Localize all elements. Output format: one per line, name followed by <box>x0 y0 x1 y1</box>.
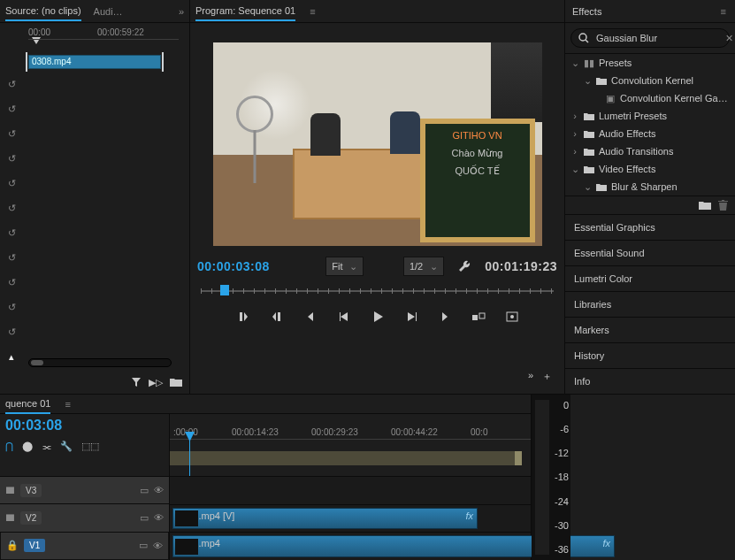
effects-search[interactable]: ✕ <box>570 28 730 48</box>
chevron-up-icon[interactable]: ▴ <box>2 347 21 366</box>
tree-node-conv-kernel[interactable]: ⌄ Convolution Kernel <box>565 72 735 89</box>
meter-tick: -12 <box>555 448 569 458</box>
timeline-timecode[interactable]: 00:03:08 <box>5 418 164 433</box>
wrench-icon[interactable]: 🔧 <box>60 441 73 452</box>
undo-icon[interactable]: ↺ <box>2 173 21 193</box>
snap-icon[interactable]: ⋂ <box>5 441 13 452</box>
undo-icon[interactable]: ↺ <box>2 248 21 267</box>
panel-menu-icon[interactable]: ≡ <box>719 4 728 19</box>
tracks-area[interactable]: 0308.mp4 [V] fx 0308.mp4 fx <box>170 476 531 560</box>
clear-search-icon[interactable]: ✕ <box>725 33 733 44</box>
source-scrollbar[interactable] <box>28 358 172 367</box>
panel-item-essential-sound[interactable]: Essential Sound <box>565 240 735 265</box>
undo-icon[interactable]: ↺ <box>2 124 21 143</box>
undo-icon[interactable]: ↺ <box>2 322 21 341</box>
tree-item-conv-kernel[interactable]: ▣ Convolution Kernel Ga… <box>565 89 735 107</box>
twisty-open-icon: ⌄ <box>570 164 579 175</box>
track-header-v3[interactable]: ⯀ V3 ▭ 👁 <box>0 476 169 503</box>
play-icon[interactable] <box>369 308 387 326</box>
mark-in-icon[interactable] <box>234 308 252 326</box>
add-button-icon[interactable]: ＋ <box>542 370 552 383</box>
source-ruler[interactable]: 00:00 00:00:59:22 <box>28 39 179 53</box>
program-monitor[interactable]: GITIHO VN Chào Mừng QUỐC TẾ <box>213 42 542 246</box>
go-to-out-icon[interactable] <box>436 308 454 326</box>
source-overflow-icon[interactable]: » <box>179 6 184 17</box>
chevron-down-icon: ⌄ <box>349 261 357 272</box>
folder-icon[interactable] <box>170 377 182 388</box>
panel-menu-icon[interactable]: ≡ <box>308 4 317 19</box>
tree-node-presets[interactable]: ⌄ ▮▮ Presets <box>565 54 735 72</box>
go-to-in-icon[interactable] <box>302 308 319 326</box>
tree-node-audio-tr[interactable]: › Audio Transitions <box>565 142 735 160</box>
tree-node-audio-fx[interactable]: › Audio Effects <box>565 125 735 142</box>
link-icon[interactable]: ⫘ <box>42 441 51 452</box>
undo-icon[interactable]: ↺ <box>2 272 21 292</box>
panel-menu-icon[interactable]: ≡ <box>63 397 72 411</box>
track-header-v1[interactable]: 🔒 V1 ▭ 👁 <box>0 532 169 560</box>
track-target-icon[interactable]: ⯀ <box>5 512 15 523</box>
board-line: Chào Mừng <box>452 145 503 161</box>
tree-node-blur-sharpen[interactable]: ⌄ Blur & Sharpen <box>565 178 735 196</box>
scrubber-head[interactable] <box>220 285 229 295</box>
tree-node-video-fx[interactable]: ⌄ Video Effects <box>565 160 735 178</box>
track-v1[interactable]: 0308.mp4 fx <box>170 532 531 560</box>
timeline-ruler[interactable]: :00:00 00:00:14:23 00:00:29:23 00:00:44:… <box>170 439 531 451</box>
tab-program[interactable]: Program: Sequence 01 <box>195 2 295 21</box>
scrollbar-thumb[interactable] <box>31 360 43 365</box>
zoom-select[interactable]: Fit ⌄ <box>325 257 364 276</box>
undo-icon[interactable]: ↺ <box>2 149 21 168</box>
track-header-v2[interactable]: ⯀ V2 ▭ 👁 <box>0 503 169 531</box>
new-bin-icon[interactable] <box>699 200 711 211</box>
tab-effects[interactable]: Effects <box>572 6 601 17</box>
panel-item-info[interactable]: Info <box>565 368 735 394</box>
eye-icon[interactable]: 👁 <box>154 512 164 523</box>
program-timecode[interactable]: 00:00:03:08 <box>197 259 270 273</box>
tab-sequence[interactable]: quence 01 <box>5 395 50 414</box>
eye-icon[interactable]: 👁 <box>154 485 164 495</box>
undo-icon[interactable]: ↺ <box>2 223 21 242</box>
mark-out-icon[interactable] <box>268 308 286 326</box>
undo-icon[interactable]: ↺ <box>2 297 21 317</box>
timeline-ruler-area[interactable]: :00:00 00:00:14:23 00:00:29:23 00:00:44:… <box>170 414 531 476</box>
track-output-icon[interactable]: ▭ <box>140 485 149 496</box>
program-scrubber[interactable] <box>201 285 554 297</box>
track-v3[interactable] <box>170 476 531 504</box>
undo-icon[interactable]: ↺ <box>2 198 21 218</box>
new-item-icon[interactable]: ▶▷ <box>149 377 163 388</box>
track-target-icon[interactable]: ⯀ <box>5 485 15 495</box>
panel-item-markers[interactable]: Markers <box>565 317 735 342</box>
overflow-icon[interactable]: » <box>528 370 533 383</box>
work-area-bar[interactable] <box>170 451 522 465</box>
lift-icon[interactable] <box>470 308 487 326</box>
wrench-icon[interactable] <box>458 260 471 272</box>
trash-icon[interactable] <box>718 200 728 211</box>
undo-icon[interactable]: ↺ <box>2 74 21 94</box>
filter-icon[interactable] <box>131 377 142 388</box>
lock-icon[interactable]: 🔒 <box>6 540 19 551</box>
effects-search-input[interactable] <box>594 32 720 44</box>
eye-icon[interactable]: 👁 <box>153 541 163 551</box>
tab-source-clips[interactable]: Source: (no clips) <box>5 2 81 21</box>
resolution-select[interactable]: 1/2 ⌄ <box>403 257 444 276</box>
work-area-end[interactable] <box>515 451 522 465</box>
marker-icon[interactable]: ⬤ <box>22 441 33 452</box>
panel-item-essential-graphics[interactable]: Essential Graphics <box>565 214 735 240</box>
panel-item-history[interactable]: History <box>565 342 735 368</box>
step-fwd-icon[interactable] <box>402 308 420 326</box>
timeline-tools: ⋂ ⬤ ⫘ 🔧 ⬚⬚ <box>5 441 164 452</box>
undo-icon[interactable]: ↺ <box>2 99 21 119</box>
fx-badge: fx <box>602 538 610 548</box>
settings-icon[interactable]: ⬚⬚ <box>81 441 99 452</box>
panel-item-libraries[interactable]: Libraries <box>565 291 735 317</box>
tree-node-lumetri[interactable]: › Lumetri Presets <box>565 107 735 125</box>
clip-video[interactable]: 0308.mp4 [V] fx <box>172 508 478 530</box>
timeline-tabbar: quence 01 ≡ <box>0 395 531 414</box>
export-frame-icon[interactable] <box>503 308 521 326</box>
step-back-icon[interactable] <box>335 308 353 326</box>
tab-source-audio[interactable]: Audi… <box>94 3 123 20</box>
source-clip[interactable]: 0308.mp4 <box>28 55 161 69</box>
track-output-icon[interactable]: ▭ <box>139 540 148 551</box>
panel-item-lumetri-color[interactable]: Lumetri Color <box>565 265 735 291</box>
track-output-icon[interactable]: ▭ <box>140 512 149 524</box>
track-v2[interactable]: 0308.mp4 [V] fx <box>170 504 531 533</box>
